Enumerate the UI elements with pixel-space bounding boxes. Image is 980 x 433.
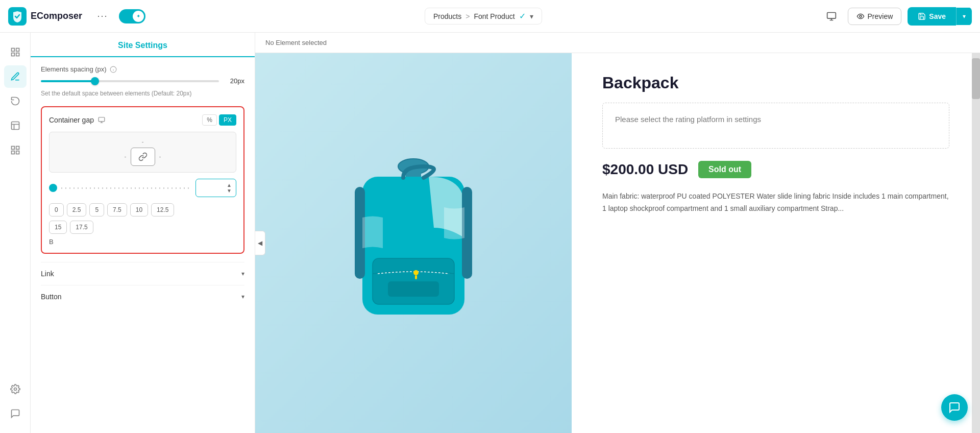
breadcrumb-check-icon: ✓ [519,11,526,21]
svg-rect-6 [16,53,19,56]
quick-val-17-5[interactable]: 17.5 [70,221,93,234]
svg-rect-8 [11,147,14,150]
gap-input-spinners[interactable]: ▲ ▼ [227,182,232,194]
sidebar-item-chat[interactable] [4,402,27,425]
spacing-right-value: - [159,153,161,160]
spacing-middle-row: - - [56,148,230,166]
svg-rect-3 [11,49,14,52]
product-info-column: Backpack Please select the rating platfo… [572,53,980,433]
slider-thumb[interactable] [91,77,99,85]
gap-slider-thumb[interactable] [49,184,57,192]
container-gap-section: Container gap % PX - - [41,106,244,254]
unit-percent-button[interactable]: % [202,114,217,126]
quick-val-0[interactable]: 0 [49,203,64,216]
quick-val-15[interactable]: 15 [49,221,67,234]
spacing-inner: - - - [56,138,230,166]
svg-rect-21 [388,281,439,297]
toggle-circle: ✦ [133,11,144,22]
sidebar-item-layers[interactable] [4,41,27,63]
canvas-scrollbar[interactable] [972,53,980,433]
canvas-area: No Element selected ◀ [255,33,980,433]
product-image [255,53,572,433]
accordion-link-title: Link [41,270,54,278]
b-label: B [49,238,236,246]
svg-point-19 [413,270,419,275]
gap-slider-row: ▲ ▼ [49,179,236,197]
save-button-group: Save ▾ [908,7,972,26]
logo: EComposer [8,7,82,26]
sidebar-item-history[interactable] [4,90,27,112]
quick-val-12-5[interactable]: 12.5 [151,203,174,216]
svg-rect-5 [11,53,14,56]
main-layout: Site Settings Elements spacing (px) 20px… [0,33,980,433]
quick-values-row2: 15 17.5 [49,221,236,234]
sold-out-badge: Sold out [698,161,751,178]
elements-spacing-hint: Set the default space between elements (… [41,89,244,98]
no-element-bar: No Element selected [255,33,980,53]
svg-rect-14 [99,117,105,122]
spacing-top-value: - [142,138,144,146]
logo-text: EComposer [31,11,82,21]
breadcrumb-products[interactable]: Products [433,12,461,20]
product-preview: Backpack Please select the rating platfo… [255,53,980,433]
container-gap-header: Container gap % PX [49,114,236,126]
header-right-actions: Preview Save ▾ [821,6,972,27]
accordion-link-header[interactable]: Link ▾ [41,270,244,278]
accordion-button: Button ▾ [41,285,244,308]
settings-content: Elements spacing (px) 20px Set the defau… [31,57,255,433]
chat-button[interactable] [941,394,968,421]
quick-values-row1: 0 2.5 5 7.5 10 12.5 [49,203,236,216]
quick-val-2-5[interactable]: 2.5 [67,203,87,216]
chevron-down-icon-2: ▾ [241,293,244,300]
save-button[interactable]: Save [908,7,956,26]
svg-rect-10 [11,151,14,154]
settings-header: Site Settings [31,33,255,57]
elements-spacing-value: 20px [224,77,244,85]
sidebar-item-grid[interactable] [4,139,27,161]
spacing-left-value: - [125,153,127,160]
svg-point-2 [860,15,862,17]
save-dropdown-button[interactable]: ▾ [956,8,972,25]
price-row: $200.00 USD Sold out [602,161,949,178]
icon-sidebar [0,33,31,433]
canvas-scrollbar-thumb[interactable] [972,58,980,99]
quick-val-5[interactable]: 5 [89,203,104,216]
canvas-content: ◀ [255,53,980,433]
product-name: Backpack [602,74,949,92]
spacing-visual-box: - - - [49,132,236,173]
svg-rect-20 [415,275,417,279]
rating-placeholder: Please select the rating platform in set… [602,103,949,149]
gap-input-field[interactable]: ▲ ▼ [195,179,236,197]
chevron-down-icon: ▾ [241,270,244,277]
accordion-button-title: Button [41,293,61,301]
settings-panel: Site Settings Elements spacing (px) 20px… [31,33,255,433]
breadcrumb: Products > Font Product ✓ ▾ [425,8,542,25]
theme-toggle[interactable]: ✦ [119,9,145,23]
breadcrumb-dropdown-icon[interactable]: ▾ [530,12,533,20]
preview-button[interactable]: Preview [848,8,902,25]
svg-rect-1 [827,12,836,18]
slider-track[interactable] [41,80,219,82]
more-options-button[interactable]: ··· [92,6,113,27]
svg-rect-9 [16,147,19,150]
gap-slider-track[interactable] [61,187,191,189]
settings-title: Site Settings [41,41,244,56]
breadcrumb-page: Font Product [474,12,514,20]
quick-val-7-5[interactable]: 7.5 [107,203,127,216]
quick-val-10[interactable]: 10 [130,203,148,216]
breadcrumb-separator: > [465,12,470,20]
elements-spacing-slider: 20px [41,77,244,85]
unit-px-button[interactable]: PX [219,114,236,126]
monitor-view-button[interactable] [821,6,842,27]
product-description: Main fabric: waterproof PU coated POLYES… [602,190,949,215]
accordion-button-header[interactable]: Button ▾ [41,293,244,301]
sidebar-item-layout[interactable] [4,114,27,137]
product-price: $200.00 USD [602,161,688,178]
sidebar-item-brush[interactable] [4,65,27,88]
canvas-collapse-button[interactable]: ◀ [255,231,265,255]
elements-spacing-label: Elements spacing (px) [41,65,244,73]
app-header: EComposer ··· ✦ Products > Font Product … [0,0,980,33]
sidebar-item-settings[interactable] [4,378,27,400]
container-gap-label: Container gap [49,116,105,124]
link-icon-box[interactable] [131,148,155,166]
